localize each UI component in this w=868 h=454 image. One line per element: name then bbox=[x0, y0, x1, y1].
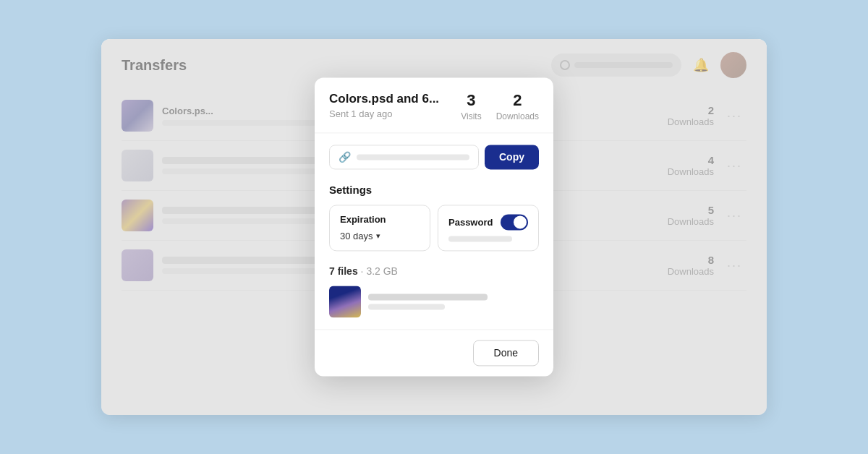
password-toggle[interactable] bbox=[501, 215, 528, 231]
file-meta-bar bbox=[368, 304, 445, 310]
downloads-stat: 2 Downloads bbox=[496, 92, 539, 122]
link-input-wrapper: 🔗 bbox=[329, 145, 479, 170]
expiration-card: Expiration 30 days ▾ bbox=[329, 205, 430, 252]
modal-subtitle: Sent 1 day ago bbox=[329, 108, 449, 119]
visits-count: 3 bbox=[461, 92, 481, 109]
settings-row: Expiration 30 days ▾ Password bbox=[329, 205, 539, 252]
chevron-down-icon: ▾ bbox=[376, 232, 380, 241]
modal-body: 🔗 Copy Settings Expiration 30 days ▾ bbox=[315, 134, 553, 330]
expiration-card-header: Expiration bbox=[340, 215, 420, 226]
password-bar bbox=[448, 236, 512, 242]
visits-stat: 3 Visits bbox=[461, 92, 481, 122]
file-thumbnail bbox=[329, 286, 361, 318]
toggle-knob bbox=[514, 216, 527, 229]
modal-footer: Done bbox=[315, 330, 553, 377]
modal-title-section: Colors.psd and 6... Sent 1 day ago bbox=[329, 92, 449, 119]
password-card: Password bbox=[438, 205, 539, 252]
transfer-detail-modal: Colors.psd and 6... Sent 1 day ago 3 Vis… bbox=[315, 77, 553, 376]
expiration-value: 30 days bbox=[340, 231, 373, 242]
expiration-title: Expiration bbox=[340, 215, 386, 226]
expiration-select[interactable]: 30 days ▾ bbox=[340, 231, 420, 242]
link-row: 🔗 Copy bbox=[329, 145, 539, 170]
downloads-label: Downloads bbox=[496, 112, 539, 122]
file-name-bar bbox=[368, 294, 488, 301]
visits-label: Visits bbox=[461, 112, 481, 122]
link-url-bar bbox=[357, 155, 469, 160]
password-title: Password bbox=[448, 217, 493, 228]
file-item bbox=[329, 286, 539, 318]
files-header: 7 files · 3.2 GB bbox=[329, 266, 539, 278]
modal-header: Colors.psd and 6... Sent 1 day ago 3 Vis… bbox=[315, 77, 553, 133]
password-card-header: Password bbox=[448, 215, 528, 231]
file-thumb-inner bbox=[329, 286, 361, 318]
app-window: Transfers 🔔 Colors.ps... 2 Downloads ·· bbox=[101, 39, 767, 415]
downloads-count: 2 bbox=[496, 92, 539, 109]
file-info bbox=[368, 294, 539, 310]
copy-button[interactable]: Copy bbox=[485, 145, 539, 170]
modal-stats: 3 Visits 2 Downloads bbox=[461, 92, 539, 122]
modal-title: Colors.psd and 6... bbox=[329, 92, 449, 106]
link-icon: 🔗 bbox=[339, 152, 351, 163]
files-count: 7 files bbox=[329, 266, 358, 278]
done-button[interactable]: Done bbox=[473, 340, 539, 367]
files-size: · 3.2 GB bbox=[361, 266, 398, 278]
settings-label: Settings bbox=[329, 184, 539, 197]
